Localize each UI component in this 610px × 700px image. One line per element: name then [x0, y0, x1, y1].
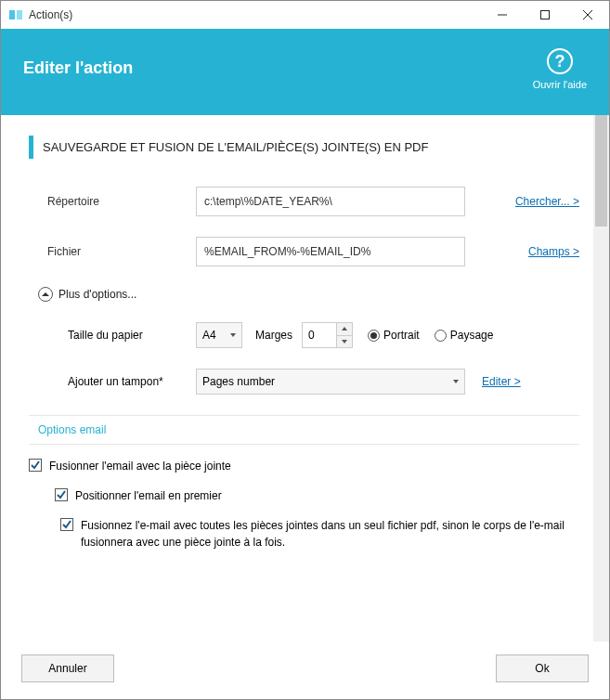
landscape-label: Paysage: [450, 329, 494, 342]
minimize-button[interactable]: [481, 1, 524, 29]
single-pdf-label: Fusionnez l'e-mail avec toutes les pièce…: [81, 517, 579, 551]
merge-checkbox-row[interactable]: Fusionner l'email avec la pièce jointe: [29, 458, 579, 474]
help-button[interactable]: ? Ouvrir l'aide: [533, 47, 587, 91]
scroll-area: SAUVEGARDE ET FUSION DE L'EMAIL/PIÈCE(S)…: [1, 115, 609, 642]
page-title: Editer l'action: [23, 58, 133, 78]
margins-label: Marges: [255, 329, 292, 342]
ok-button[interactable]: Ok: [496, 655, 589, 682]
landscape-radio[interactable]: Paysage: [435, 329, 494, 342]
margins-input[interactable]: [303, 323, 336, 347]
chevron-down-icon: [453, 380, 459, 383]
window-title: Action(s): [29, 8, 481, 21]
directory-label: Répertoire: [47, 195, 196, 208]
paper-size-value: A4: [202, 329, 216, 342]
file-input[interactable]: [196, 237, 465, 266]
stamp-label: Ajouter un tampon*: [68, 375, 196, 388]
checkbox-checked-icon: [60, 518, 73, 531]
svg-text:?: ?: [554, 52, 565, 71]
paper-size-label: Taille du papier: [68, 329, 196, 342]
file-label: Fichier: [47, 245, 196, 258]
chevron-up-icon: [38, 287, 53, 302]
position-first-checkbox-row[interactable]: Positionner l'email en premier: [55, 487, 579, 504]
chevron-down-icon: [230, 333, 236, 337]
stepper-up[interactable]: [337, 323, 352, 336]
edit-stamp-link[interactable]: Editer >: [482, 375, 521, 388]
portrait-label: Portrait: [383, 329, 420, 342]
help-icon: ?: [546, 47, 574, 75]
more-options-label: Plus d'options...: [58, 288, 136, 301]
paper-size-select[interactable]: A4: [196, 322, 242, 348]
close-button[interactable]: [566, 1, 609, 29]
more-options-toggle[interactable]: Plus d'options...: [38, 287, 579, 302]
svg-rect-3: [541, 11, 550, 19]
email-options-heading: Options email: [29, 415, 579, 445]
header-banner: Editer l'action ? Ouvrir l'aide: [1, 29, 609, 115]
titlebar: Action(s): [1, 1, 609, 29]
checkbox-checked-icon: [55, 488, 68, 501]
checkbox-checked-icon: [29, 459, 42, 472]
stamp-value: Pages number: [202, 375, 275, 388]
maximize-button[interactable]: [524, 1, 566, 29]
position-first-label: Positionner l'email en premier: [75, 487, 222, 504]
margins-stepper[interactable]: [302, 322, 353, 348]
merge-label: Fusionner l'email avec la pièce jointe: [49, 458, 231, 474]
stamp-select[interactable]: Pages number: [196, 369, 465, 395]
single-pdf-checkbox-row[interactable]: Fusionnez l'e-mail avec toutes les pièce…: [60, 517, 579, 551]
vertical-scrollbar[interactable]: [593, 115, 609, 642]
fields-link[interactable]: Champs >: [528, 245, 579, 258]
action-heading-text: SAUVEGARDE ET FUSION DE L'EMAIL/PIÈCE(S)…: [43, 140, 428, 154]
portrait-radio[interactable]: Portrait: [368, 329, 420, 342]
scrollbar-thumb[interactable]: [595, 115, 607, 227]
svg-rect-1: [17, 10, 22, 19]
svg-rect-0: [9, 10, 15, 19]
stepper-down[interactable]: [337, 336, 352, 348]
directory-input[interactable]: [196, 187, 465, 216]
cancel-button[interactable]: Annuler: [21, 655, 114, 682]
app-icon: [8, 7, 23, 22]
help-label: Ouvrir l'aide: [533, 79, 587, 90]
browse-link[interactable]: Chercher... >: [515, 195, 579, 208]
footer: Annuler Ok: [1, 642, 609, 699]
action-heading: SAUVEGARDE ET FUSION DE L'EMAIL/PIÈCE(S)…: [29, 136, 579, 159]
